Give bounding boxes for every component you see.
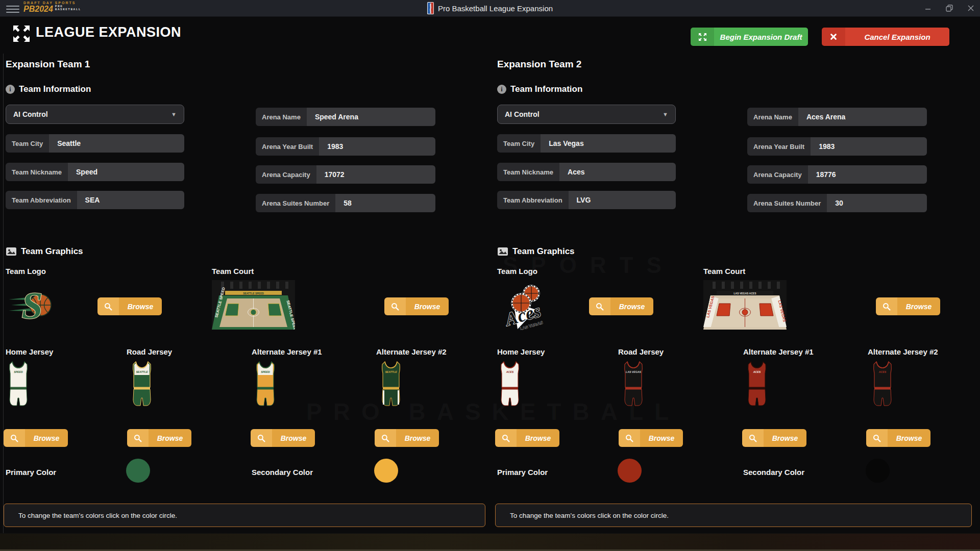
road-jersey-image: LAS VEGAS	[623, 361, 645, 409]
arena-capacity-value[interactable]: 18776	[808, 165, 927, 184]
svg-text:LAS VEGAS: LAS VEGAS	[626, 370, 642, 373]
browse-court-button[interactable]: Browse	[384, 297, 449, 315]
svg-text:ACES: ACES	[878, 370, 887, 373]
color-note-text: To change the team's colors click on the…	[18, 512, 177, 519]
browse-road-jersey-button[interactable]: Browse	[619, 429, 683, 447]
browse-home-jersey-button[interactable]: Browse	[4, 429, 68, 447]
search-icon	[742, 429, 764, 447]
arena-name-field[interactable]: Arena Name Speed Arena	[256, 108, 435, 126]
close-icon[interactable]	[967, 4, 975, 12]
browse-alt-jersey-2-button[interactable]: Browse	[375, 429, 439, 447]
browse-logo-button[interactable]: Browse	[97, 297, 162, 315]
control-mode-value: AI Control	[13, 110, 48, 118]
team-abbreviation-field[interactable]: Team Abbreviation LVG	[497, 191, 676, 209]
alternate-jersey-2-label: Alternate Jersey #2	[868, 347, 938, 356]
browse-alt-jersey-2-button[interactable]: Browse	[866, 429, 930, 447]
control-mode-dropdown[interactable]: AI Control ▼	[497, 105, 676, 124]
arena-year-built-value[interactable]: 1983	[811, 137, 927, 156]
begin-expansion-draft-button[interactable]: Begin Expansion Draft	[691, 28, 808, 46]
team-court-image: SEATTLE SPEED SEATTLE SPEED SEATTLE SPEE…	[212, 280, 296, 330]
search-icon	[384, 297, 406, 315]
info-icon: i	[6, 85, 15, 94]
team-logo-image: S	[9, 280, 60, 330]
browse-label: Browse	[396, 429, 439, 447]
arena-capacity-label: Arena Capacity	[747, 165, 808, 184]
team-abbreviation-label: Team Abbreviation	[497, 191, 569, 209]
team-abbreviation-field[interactable]: Team Abbreviation SEA	[6, 191, 184, 209]
secondary-color-circle[interactable]	[374, 459, 398, 483]
begin-expansion-draft-label: Begin Expansion Draft	[714, 28, 808, 46]
arena-year-built-label: Arena Year Built	[256, 137, 319, 156]
team-nickname-value[interactable]: Aces	[559, 163, 676, 181]
arena-name-value[interactable]: Aces Arena	[798, 108, 927, 126]
secondary-color-label: Secondary Color	[252, 468, 313, 477]
alternate-jersey-1-label: Alternate Jersey #1	[252, 347, 322, 356]
search-icon	[876, 297, 897, 315]
arena-year-built-field[interactable]: Arena Year Built 1983	[747, 137, 927, 156]
expansion-icon	[12, 24, 31, 43]
home-jersey-image: SPEED	[8, 361, 30, 409]
window-title: Pro Basketball League Expansion	[438, 4, 553, 13]
arena-capacity-field[interactable]: Arena Capacity 17072	[256, 165, 435, 184]
secondary-color-circle[interactable]	[866, 459, 890, 483]
arena-suites-field[interactable]: Arena Suites Number 30	[747, 194, 927, 212]
home-jersey-label: Home Jersey	[6, 347, 53, 356]
arena-name-value[interactable]: Speed Arena	[307, 108, 435, 126]
info-icon: i	[497, 85, 506, 94]
team-nickname-label: Team Nickname	[497, 163, 559, 181]
team-nickname-field[interactable]: Team Nickname Aces	[497, 163, 676, 181]
team-logo-image: Aces LAS VEGAS	[500, 280, 551, 330]
picture-icon	[497, 247, 508, 256]
svg-text:ACES: ACES	[506, 370, 514, 373]
arena-capacity-field[interactable]: Arena Capacity 18776	[747, 165, 927, 184]
browse-alt-jersey-1-button[interactable]: Browse	[251, 429, 315, 447]
team-abbreviation-value[interactable]: LVG	[569, 191, 676, 209]
arena-name-label: Arena Name	[256, 108, 307, 126]
titlebar: DRAFT DAY SPORTS PB2024 PRO BASKETBALL P…	[0, 0, 980, 17]
browse-road-jersey-button[interactable]: Browse	[127, 429, 191, 447]
team-city-field[interactable]: Team City Seattle	[6, 134, 184, 153]
chevron-down-icon: ▼	[171, 111, 177, 117]
minimize-icon[interactable]	[924, 4, 932, 12]
arena-suites-field[interactable]: Arena Suites Number 58	[256, 194, 435, 212]
svg-text:LAS VEGAS ACES: LAS VEGAS ACES	[734, 292, 757, 295]
arena-suites-label: Arena Suites Number	[256, 194, 335, 212]
alternate-jersey-2-image: ACES	[872, 361, 894, 409]
cancel-expansion-button[interactable]: Cancel Expansion	[822, 28, 949, 46]
svg-text:SPEED: SPEED	[14, 370, 23, 373]
arena-name-field[interactable]: Arena Name Aces Arena	[747, 108, 927, 126]
primary-color-circle[interactable]	[618, 459, 642, 483]
team-nickname-field[interactable]: Team Nickname Speed	[6, 163, 184, 181]
team-city-value[interactable]: Seattle	[49, 134, 184, 153]
restore-window-icon[interactable]	[945, 4, 953, 12]
browse-alt-jersey-1-button[interactable]: Browse	[742, 429, 806, 447]
svg-text:SPEED: SPEED	[261, 370, 270, 373]
svg-text:SEATTLE SPEED: SEATTLE SPEED	[243, 292, 264, 295]
alternate-jersey-1-image: SPEED	[255, 361, 277, 409]
browse-label: Browse	[640, 429, 683, 447]
browse-court-button[interactable]: Browse	[876, 297, 940, 315]
home-jersey-label: Home Jersey	[497, 347, 545, 356]
arena-suites-value[interactable]: 30	[827, 194, 927, 212]
alternate-jersey-1-image: ACES	[746, 361, 769, 409]
team-nickname-label: Team Nickname	[6, 163, 68, 181]
arena-suites-value[interactable]: 58	[335, 194, 435, 212]
arena-year-built-value[interactable]: 1983	[319, 137, 435, 156]
browse-label: Browse	[888, 429, 930, 447]
color-note: To change the team's colors click on the…	[495, 504, 972, 527]
control-mode-dropdown[interactable]: AI Control ▼	[6, 105, 184, 124]
picture-icon	[6, 247, 17, 256]
browse-label: Browse	[25, 429, 68, 447]
browse-logo-button[interactable]: Browse	[589, 297, 653, 315]
arena-year-built-field[interactable]: Arena Year Built 1983	[256, 137, 435, 156]
arena-capacity-value[interactable]: 17072	[316, 165, 435, 184]
arena-year-built-label: Arena Year Built	[747, 137, 811, 156]
team-nickname-value[interactable]: Speed	[68, 163, 184, 181]
road-jersey-image: SEATTLE	[131, 361, 154, 409]
team-city-field[interactable]: Team City Las Vegas	[497, 134, 676, 153]
primary-color-circle[interactable]	[126, 459, 150, 483]
svg-text:SEATTLE: SEATTLE	[385, 370, 397, 373]
team-abbreviation-value[interactable]: SEA	[77, 191, 184, 209]
browse-home-jersey-button[interactable]: Browse	[495, 429, 559, 447]
team-city-value[interactable]: Las Vegas	[541, 134, 676, 153]
